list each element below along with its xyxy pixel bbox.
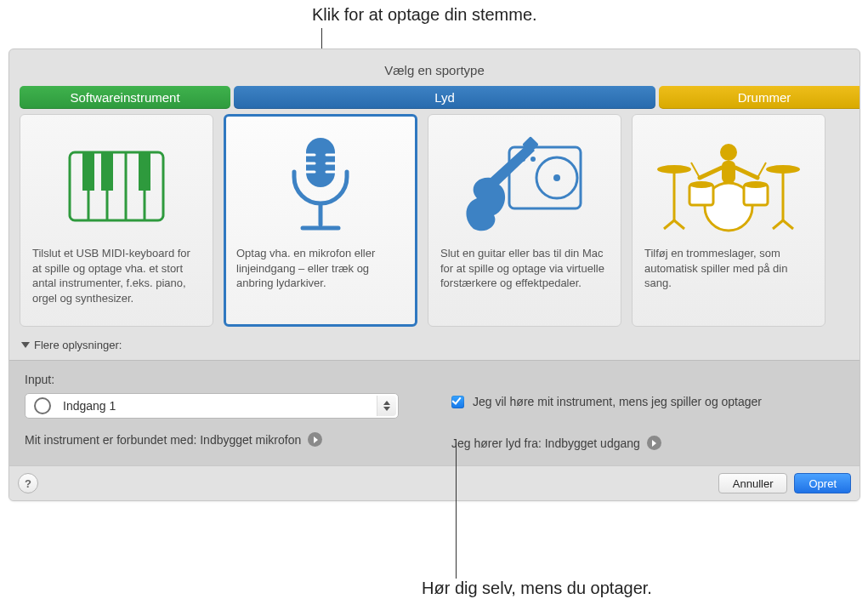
tab-audio[interactable]: Lyd xyxy=(234,86,655,109)
instrument-connected-row[interactable]: Mit instrument er forbundet med: Indbygg… xyxy=(25,432,417,447)
chevron-down-icon xyxy=(21,342,30,348)
svg-point-21 xyxy=(530,157,536,162)
svg-line-40 xyxy=(691,163,700,178)
input-label: Input: xyxy=(25,373,417,386)
card-drummer-desc: Tilføj en trommeslager, som automatisk s… xyxy=(644,246,813,291)
card-audio-mic-desc: Optag vha. en mikrofon eller linjeindgan… xyxy=(236,246,405,291)
disclosure-label: Flere oplysninger: xyxy=(34,339,122,351)
output-from-text: Jeg hører lyd fra: Indbygget udgang xyxy=(451,436,640,450)
keyboard-icon xyxy=(32,127,201,246)
svg-point-35 xyxy=(744,181,768,188)
drummer-icon xyxy=(644,127,813,246)
svg-line-41 xyxy=(757,163,766,178)
svg-point-19 xyxy=(553,174,560,181)
card-audio-guitar-desc: Slut en guitar eller bas til din Mac for… xyxy=(440,246,609,291)
dialog-title: Vælg en sportype xyxy=(20,58,849,86)
svg-rect-5 xyxy=(82,152,94,191)
input-channel-icon xyxy=(34,397,51,414)
instrument-connected-text: Mit instrument er forbundet med: Indbygg… xyxy=(25,433,301,447)
output-from-row[interactable]: Jeg hører lyd fra: Indbygget udgang xyxy=(451,436,844,450)
card-software-desc: Tilslut et USB MIDI-keyboard for at spil… xyxy=(32,246,201,305)
callout-top-text: Klik for at optage din stemme. xyxy=(312,5,537,25)
details-panel: Input: Indgang 1 Mit instrument er forbu… xyxy=(9,360,859,465)
dialog-footer: ? Annuller Opret xyxy=(9,465,859,500)
arrow-right-icon xyxy=(647,436,661,450)
svg-rect-37 xyxy=(722,161,735,183)
svg-line-25 xyxy=(664,220,674,229)
svg-point-36 xyxy=(720,144,737,161)
new-track-dialog: Vælg en sportype Softwareinstrument Lyd … xyxy=(9,48,860,501)
track-type-cards: Tilslut et USB MIDI-keyboard for at spil… xyxy=(20,114,849,327)
stepper-arrows-icon xyxy=(377,396,396,416)
svg-line-39 xyxy=(735,168,757,178)
svg-line-38 xyxy=(700,168,722,178)
input-select[interactable]: Indgang 1 xyxy=(25,393,399,419)
monitoring-label: Jeg vil høre mit instrument, mens jeg sp… xyxy=(473,395,762,408)
create-button[interactable]: Opret xyxy=(794,473,851,493)
svg-point-33 xyxy=(689,181,713,188)
input-select-value: Indgang 1 xyxy=(63,399,116,413)
microphone-icon xyxy=(236,127,405,246)
card-drummer[interactable]: Tilføj en trommeslager, som automatisk s… xyxy=(632,114,825,327)
arrow-right-icon xyxy=(308,432,322,447)
guitar-amp-icon xyxy=(440,127,609,246)
details-disclosure[interactable]: Flere oplysninger: xyxy=(20,339,849,360)
callout-bottom-leader xyxy=(456,442,457,579)
help-button[interactable]: ? xyxy=(18,473,38,493)
monitoring-checkbox[interactable] xyxy=(451,396,464,408)
cancel-button[interactable]: Annuller xyxy=(718,473,788,493)
card-software-instrument[interactable]: Tilslut et USB MIDI-keyboard for at spil… xyxy=(20,114,213,327)
callout-bottom-text: Hør dig selv, mens du optager. xyxy=(422,579,652,598)
card-audio-guitar[interactable]: Slut en guitar eller bas til din Mac for… xyxy=(428,114,621,327)
svg-line-29 xyxy=(773,220,783,229)
svg-line-30 xyxy=(783,220,793,229)
svg-line-26 xyxy=(674,220,684,229)
svg-rect-6 xyxy=(101,152,113,191)
track-type-tabs: Softwareinstrument Lyd Drummer xyxy=(20,86,849,109)
tab-software-instrument[interactable]: Softwareinstrument xyxy=(20,86,230,109)
tab-drummer[interactable]: Drummer xyxy=(659,86,860,109)
svg-rect-7 xyxy=(139,152,150,191)
card-audio-mic[interactable]: Optag vha. en mikrofon eller linjeindgan… xyxy=(224,114,417,327)
